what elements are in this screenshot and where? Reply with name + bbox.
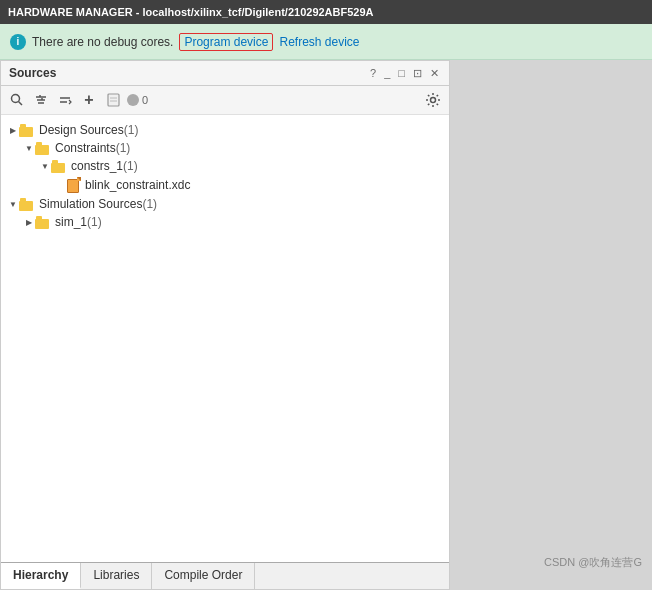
label-simulation-sources: Simulation Sources — [39, 197, 142, 211]
expand-button[interactable]: ⊡ — [411, 67, 424, 80]
search-button[interactable] — [7, 90, 27, 110]
tree-item-simulation-sources[interactable]: ▼ Simulation Sources (1) — [1, 195, 449, 213]
minimize-button[interactable]: _ — [382, 67, 392, 79]
count-simulation-sources: (1) — [142, 197, 157, 211]
label-constrs1: constrs_1 — [71, 159, 123, 173]
tree-item-design-sources[interactable]: ▶ Design Sources (1) — [1, 121, 449, 139]
svg-point-0 — [12, 95, 20, 103]
folder-icon-simulation-sources — [19, 198, 35, 211]
watermark: CSDN @吹角连营G — [544, 555, 642, 570]
program-device-link[interactable]: Program device — [179, 33, 273, 51]
count-constraints: (1) — [116, 141, 131, 155]
file-icon-blink-constraint — [67, 177, 81, 193]
tree-item-sim1[interactable]: ▶ sim_1 (1) — [1, 213, 449, 231]
help-button[interactable]: ? — [368, 67, 378, 79]
sources-panel: Sources ? _ □ ⊡ ✕ — [0, 60, 450, 590]
svg-rect-9 — [108, 94, 119, 106]
label-blink-constraint: blink_constraint.xdc — [85, 178, 190, 192]
bottom-tabs: Hierarchy Libraries Compile Order — [1, 562, 449, 589]
close-button[interactable]: ✕ — [428, 67, 441, 80]
refresh-device-link[interactable]: Refresh device — [279, 35, 359, 49]
add-button[interactable]: + — [79, 90, 99, 110]
filter-button[interactable] — [31, 90, 51, 110]
label-constraints: Constraints — [55, 141, 116, 155]
folder-icon-constraints — [35, 142, 51, 155]
chevron-constrs1: ▼ — [39, 160, 51, 172]
restore-button[interactable]: □ — [396, 67, 407, 79]
panel-header: Sources ? _ □ ⊡ ✕ — [1, 61, 449, 86]
gear-button[interactable] — [423, 90, 443, 110]
tree-item-constraints[interactable]: ▼ Constraints (1) — [1, 139, 449, 157]
title-bar: HARDWARE MANAGER - localhost/xilinx_tcf/… — [0, 0, 652, 24]
svg-point-12 — [431, 98, 436, 103]
tab-compile-order[interactable]: Compile Order — [152, 563, 255, 589]
svg-line-1 — [19, 102, 23, 106]
tree-item-blink-constraint[interactable]: ▶ blink_constraint.xdc — [1, 175, 449, 195]
chevron-constraints: ▼ — [23, 142, 35, 154]
count-circle — [127, 94, 139, 106]
folder-icon-constrs1 — [51, 160, 67, 173]
count-design-sources: (1) — [124, 123, 139, 137]
count-sim1: (1) — [87, 215, 102, 229]
sources-panel-title: Sources — [9, 66, 56, 80]
tab-hierarchy[interactable]: Hierarchy — [1, 563, 81, 589]
doc-button[interactable] — [103, 90, 123, 110]
chevron-sim1: ▶ — [23, 216, 35, 228]
title-text: HARDWARE MANAGER - localhost/xilinx_tcf/… — [8, 6, 374, 18]
count-value: 0 — [142, 94, 148, 106]
folder-icon-sim1 — [35, 216, 51, 229]
chevron-design-sources: ▶ — [7, 124, 19, 136]
label-sim1: sim_1 — [55, 215, 87, 229]
right-panel: CSDN @吹角连营G — [450, 60, 652, 590]
main-content: Sources ? _ □ ⊡ ✕ — [0, 60, 652, 590]
sort-button[interactable] — [55, 90, 75, 110]
notification-bar: i There are no debug cores. Program devi… — [0, 24, 652, 60]
toolbar-count: 0 — [127, 94, 148, 106]
tree-area: ▶ Design Sources (1) ▼ Constraints (1) — [1, 115, 449, 562]
info-icon: i — [10, 34, 26, 50]
notification-message: There are no debug cores. — [32, 35, 173, 49]
folder-icon-design-sources — [19, 124, 35, 137]
sources-toolbar: + 0 — [1, 86, 449, 115]
panel-header-controls: ? _ □ ⊡ ✕ — [368, 67, 441, 80]
tab-libraries[interactable]: Libraries — [81, 563, 152, 589]
tree-item-constrs1[interactable]: ▼ constrs_1 (1) — [1, 157, 449, 175]
label-design-sources: Design Sources — [39, 123, 124, 137]
count-constrs1: (1) — [123, 159, 138, 173]
chevron-simulation-sources: ▼ — [7, 198, 19, 210]
